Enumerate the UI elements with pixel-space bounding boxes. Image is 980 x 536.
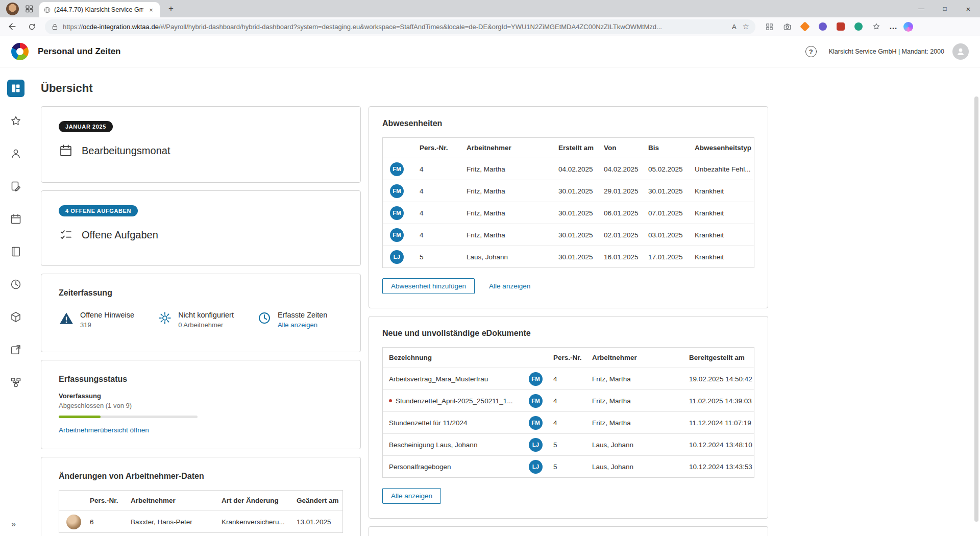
help-icon[interactable]: ?: [805, 46, 817, 57]
employee-avatar: FM: [529, 372, 543, 386]
page-scrollbar[interactable]: [974, 96, 978, 522]
browser-menu-icon[interactable]: …: [889, 22, 897, 31]
camera-extension-icon[interactable]: [781, 21, 793, 32]
green-extension-icon[interactable]: [853, 21, 864, 32]
card-bearbeitungsmonat[interactable]: JANUAR 2025 Bearbeitungsmonat: [41, 106, 361, 183]
new-tab-button[interactable]: +: [165, 4, 177, 14]
sidebar-item-calendar-icon[interactable]: [7, 210, 24, 228]
purple-extension-icon[interactable]: [817, 21, 828, 32]
sidebar-item-packages-cube-icon[interactable]: [7, 308, 24, 326]
month-badge: JANUAR 2025: [59, 121, 113, 132]
cell-to: 30.01.2025: [642, 187, 689, 195]
extensions-row: [764, 21, 882, 32]
browser-tab[interactable]: (244.7.70) Klarsicht Service GmbH ×: [39, 2, 160, 17]
cell-name: Laus, Johann: [460, 253, 552, 261]
cell-pers-nr: 4: [413, 165, 460, 173]
cell-change: Krankenversicheru...: [215, 518, 290, 526]
zeiterfassung-zeiten-item[interactable]: Erfasste Zeiten Alle anzeigen: [257, 311, 328, 329]
read-aloud-icon[interactable]: A: [732, 23, 737, 31]
app-title: Personal und Zeiten: [38, 46, 120, 57]
tasks-card-label: Offene Aufgaben: [82, 229, 158, 241]
add-favorite-star-icon[interactable]: ☆: [743, 22, 749, 31]
month-card-label: Bearbeitungsmonat: [82, 145, 170, 157]
back-icon[interactable]: [5, 19, 19, 34]
close-button[interactable]: ×: [957, 0, 980, 17]
grid-extension-icon[interactable]: [764, 21, 775, 32]
zeiterfassung-hinweise-item[interactable]: Offene Hinweise 319: [59, 311, 134, 329]
employee-avatar: LJ: [390, 250, 404, 264]
col-arbeitnehmer: Arbeitnehmer: [125, 497, 215, 504]
col-von: Von: [598, 144, 642, 152]
progress-fill: [59, 416, 101, 418]
app-body: » Übersicht JANUAR 2025 Be: [0, 67, 980, 536]
left-column: JANUAR 2025 Bearbeitungsmonat 4 OFFENE A…: [41, 106, 361, 536]
edocuments-show-all-button[interactable]: Alle anzeigen: [382, 488, 441, 504]
user-avatar[interactable]: [952, 43, 969, 60]
address-bar[interactable]: https://ocde-integration.wktaa.de/#/Payr…: [45, 19, 755, 34]
sidebar-item-records-edit-icon[interactable]: [7, 178, 24, 195]
tab-strip: (244.7.70) Klarsicht Service GmbH × + — …: [0, 0, 980, 17]
red-extension-icon[interactable]: [835, 21, 846, 32]
aenderungen-table: Pers.-Nr. Arbeitnehmer Art der Änderung …: [59, 490, 343, 533]
app-root: Personal und Zeiten ? Klarsicht Service …: [0, 36, 980, 536]
card-offene-aufgaben[interactable]: 4 OFFENE AUFGABEN Offene Aufgaben: [41, 190, 361, 266]
card-zeiterfassung: Zeiterfassung Offene Hinweise 319: [41, 274, 361, 352]
maximize-button[interactable]: □: [933, 0, 957, 17]
add-absence-button[interactable]: Abwesenheit hinzufügen: [382, 278, 475, 294]
copilot-icon[interactable]: [903, 22, 913, 32]
sidebar-item-time-clock-icon[interactable]: [7, 276, 24, 293]
sidebar-item-journal-icon[interactable]: [7, 243, 24, 260]
table-row[interactable]: FM 4 Fritz, Martha 30.01.2025 02.01.2025…: [383, 224, 754, 246]
metamask-extension-icon[interactable]: [799, 21, 811, 32]
cell-doc-name: Stundenzettel für 11/2024: [389, 419, 468, 427]
cell-name: Fritz, Martha: [460, 165, 552, 173]
progress-bar: [59, 416, 198, 418]
table-row[interactable]: Bescheinigung Laus, Johann LJ 5 Laus, Jo…: [383, 433, 754, 455]
col-geaendert: Geändert am: [290, 497, 342, 504]
absences-show-all-button[interactable]: Alle anzeigen: [482, 279, 537, 294]
zeiterfassung-konfiguration-item[interactable]: Nicht konfiguriert 0 Arbeitnehmer: [158, 311, 234, 329]
tenant-label: Klarsicht Service GmbH | Mandant: 2000: [829, 48, 944, 55]
cell-doc-name: Stundenzettel_April-2025_250211_1...: [396, 397, 512, 405]
table-row[interactable]: 6 Baxxter, Hans-Peter Krankenversicheru.…: [59, 510, 342, 532]
aenderungen-header-row: Pers.-Nr. Arbeitnehmer Art der Änderung …: [59, 491, 342, 510]
konfiguration-label: Nicht konfiguriert: [178, 311, 234, 319]
workspaces-icon[interactable]: [25, 5, 33, 13]
sidebar-expand-icon[interactable]: »: [11, 520, 16, 529]
table-row[interactable]: FM 4 Fritz, Martha 30.01.2025 29.01.2025…: [383, 180, 754, 202]
cell-provided: 10.12.2024 13:48:10: [683, 441, 754, 449]
collections-star-icon[interactable]: [871, 21, 882, 32]
cell-pers-nr: 5: [413, 253, 460, 261]
table-row[interactable]: Personalfragebogen LJ 5 Laus, Johann 10.…: [383, 455, 754, 477]
cell-created: 30.01.2025: [552, 209, 598, 217]
browser-profile-avatar[interactable]: [6, 3, 19, 15]
cell-provided: 11.02.2025 14:39:03: [683, 397, 754, 405]
cell-type: Unbezahlte Fehl...: [689, 165, 754, 173]
cell-to: 07.01.2025: [642, 209, 689, 217]
table-row[interactable]: Stundenzettel_April-2025_250211_1... FM …: [383, 389, 754, 411]
cell-created: 30.01.2025: [552, 253, 598, 261]
tab-close-icon[interactable]: ×: [146, 6, 156, 14]
sidebar-item-dashboard-icon[interactable]: [7, 80, 24, 97]
lock-icon: [51, 23, 59, 31]
table-row[interactable]: FM 4 Fritz, Martha 30.01.2025 06.01.2025…: [383, 202, 754, 224]
zeiten-show-all-link[interactable]: Alle anzeigen: [278, 321, 328, 329]
table-row[interactable]: FM 4 Fritz, Martha 04.02.2025 04.02.2025…: [383, 158, 754, 180]
table-row[interactable]: Arbeitsvertrag_Mara_Musterfrau FM 4 Frit…: [383, 368, 754, 389]
table-row[interactable]: LJ 5 Laus, Johann 30.01.2025 16.01.2025 …: [383, 246, 754, 267]
sidebar-item-employees-icon[interactable]: [7, 145, 24, 162]
partially-visible-card: [369, 526, 768, 536]
employee-avatar: FM: [529, 394, 543, 408]
abwesenheiten-table: Pers.-Nr. Arbeitnehmer Erstellt am Von B…: [382, 137, 754, 268]
table-row[interactable]: Stundenzettel für 11/2024 FM 4 Fritz, Ma…: [383, 411, 754, 433]
sidebar-item-external-link-icon[interactable]: [7, 341, 24, 358]
minimize-button[interactable]: —: [910, 0, 933, 17]
col-bis: Bis: [642, 144, 689, 152]
sidebar-item-organization-icon[interactable]: [7, 374, 24, 391]
sidebar-item-favorites-star-icon[interactable]: [7, 112, 24, 130]
employee-avatar: FM: [390, 206, 404, 220]
cell-name: Laus, Johann: [586, 441, 683, 449]
arbeitnehmeruebersicht-link[interactable]: Arbeitnehmerübersicht öffnen: [59, 426, 149, 434]
col-arbeitnehmer: Arbeitnehmer: [460, 144, 552, 152]
refresh-icon[interactable]: [24, 19, 39, 34]
